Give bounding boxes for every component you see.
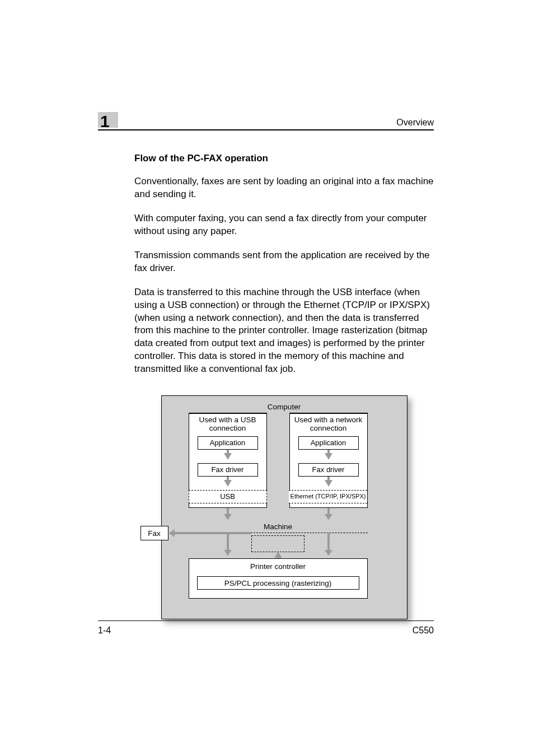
page-footer: 1-4 C550 [98,620,434,636]
arrow-down-icon [327,508,330,519]
network-panel-head: Used with a network connection [290,416,367,433]
arrow-down-icon [227,508,229,519]
arrow-up-icon [277,553,279,558]
network-panel: Used with a network connection Applicati… [289,413,368,508]
section-heading: Flow of the PC-FAX operation [134,153,434,164]
chapter-number: 1 [100,112,110,131]
arrow-down-icon [224,453,232,460]
model-label: C550 [413,626,434,636]
machine-label: Machine [189,522,368,531]
header-title: Overview [396,118,434,128]
fax-box: Fax [140,526,168,540]
paragraph: Transmission commands sent from the appl… [134,249,434,275]
arrow-left-icon [170,532,251,534]
page-number: 1-4 [98,626,111,636]
diagram-computer-label: Computer [162,403,407,411]
usb-interface-box: USB [189,490,267,503]
paragraph: With computer faxing, you can send a fax… [134,212,434,238]
controller-label: Printer controller [250,562,306,571]
net-driver-box: Fax driver [298,463,359,477]
net-app-box: Application [298,436,359,450]
arrow-down-icon [224,480,232,487]
usb-panel-head: Used with a USB connection [189,416,266,433]
ethernet-interface-box: Ethernet (TCP/IP, IPX/SPX) [289,490,367,503]
paragraph: Data is transferred to this machine thro… [134,286,434,376]
processing-box: PS/PCL processing (rasterizing) [197,576,359,590]
arrow-down-icon [325,480,332,487]
usb-driver-box: Fax driver [198,463,258,477]
paragraph: Conventionally, faxes are sent by loadin… [134,175,434,201]
page-header: 1 Overview [98,112,434,130]
arrow-down-icon [227,533,229,555]
usb-panel: Used with a USB connection Application F… [189,413,267,508]
machine-dashed-box [251,535,305,552]
arrow-down-icon [325,453,332,460]
arrow-down-icon [327,533,330,555]
flow-diagram: Computer Used with a USB connection Appl… [161,395,407,619]
controller-panel: Printer controller PS/PCL processing (ra… [189,558,368,599]
machine-panel: Machine [189,521,368,555]
usb-app-box: Application [198,436,258,450]
